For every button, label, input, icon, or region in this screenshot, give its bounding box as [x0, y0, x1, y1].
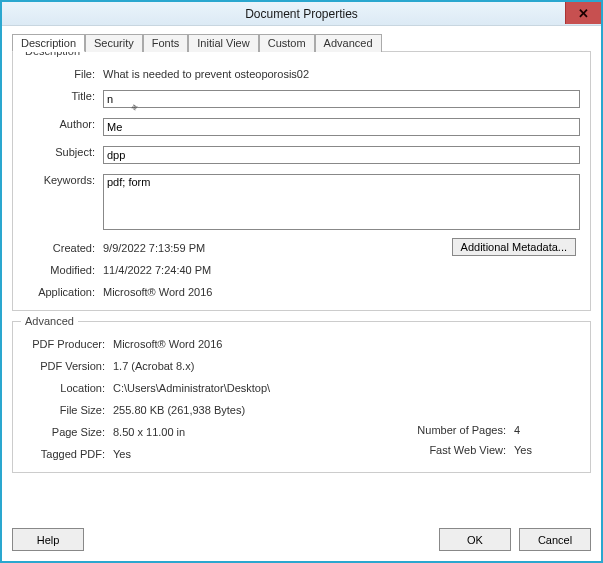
modified-value: 11/4/2022 7:24:40 PM [103, 262, 580, 276]
modified-label: Modified: [23, 262, 103, 276]
cancel-button[interactable]: Cancel [519, 528, 591, 551]
titlebar: Document Properties ✕ [2, 2, 601, 26]
keywords-input[interactable] [103, 174, 580, 230]
file-value: What is needed to prevent osteoporosis02 [103, 66, 580, 80]
tagged-pdf-label: Tagged PDF: [23, 446, 113, 460]
tab-description[interactable]: Description [12, 34, 85, 52]
pdf-producer-value: Microsoft® Word 2016 [113, 336, 580, 350]
num-pages-label: Number of Pages: [404, 424, 514, 436]
tab-strip: Description Security Fonts Initial View … [12, 34, 591, 52]
pdf-producer-label: PDF Producer: [23, 336, 113, 350]
dialog-button-bar: Help OK Cancel [2, 520, 601, 561]
advanced-group: Advanced PDF Producer: Microsoft® Word 2… [12, 321, 591, 473]
tab-security[interactable]: Security [85, 34, 143, 52]
subject-label: Subject: [23, 144, 103, 158]
file-label: File: [23, 66, 103, 80]
additional-metadata-button[interactable]: Additional Metadata... [452, 238, 576, 256]
window-title: Document Properties [245, 7, 358, 21]
subject-input[interactable] [103, 146, 580, 164]
num-pages-value: 4 [514, 424, 520, 436]
application-label: Application: [23, 284, 103, 298]
tab-fonts[interactable]: Fonts [143, 34, 189, 52]
help-button[interactable]: Help [12, 528, 84, 551]
tab-initial-view[interactable]: Initial View [188, 34, 258, 52]
title-input[interactable] [103, 90, 580, 108]
file-size-label: File Size: [23, 402, 113, 416]
fast-web-view-label: Fast Web View: [404, 444, 514, 456]
content-area: Description Security Fonts Initial View … [2, 26, 601, 520]
created-label: Created: [23, 240, 103, 254]
author-label: Author: [23, 116, 103, 130]
location-label: Location: [23, 380, 113, 394]
close-icon: ✕ [578, 6, 589, 21]
file-size-value: 255.80 KB (261,938 Bytes) [113, 402, 580, 416]
tagged-pdf-value: Yes [113, 446, 400, 460]
tab-custom[interactable]: Custom [259, 34, 315, 52]
fast-web-view-value: Yes [514, 444, 532, 456]
page-size-label: Page Size: [23, 424, 113, 438]
title-label: Title: [23, 88, 103, 102]
close-button[interactable]: ✕ [565, 2, 601, 24]
description-group: Description File: What is needed to prev… [12, 51, 591, 311]
tab-advanced[interactable]: Advanced [315, 34, 382, 52]
dialog-window: Document Properties ✕ Description Securi… [0, 0, 603, 563]
location-value: C:\Users\Administrator\Desktop\ [113, 380, 580, 394]
pdf-version-label: PDF Version: [23, 358, 113, 372]
pdf-version-value: 1.7 (Acrobat 8.x) [113, 358, 580, 372]
advanced-legend: Advanced [21, 315, 78, 327]
application-value: Microsoft® Word 2016 [103, 284, 580, 298]
keywords-label: Keywords: [23, 172, 103, 186]
author-input[interactable] [103, 118, 580, 136]
page-size-value: 8.50 x 11.00 in [113, 424, 400, 438]
ok-button[interactable]: OK [439, 528, 511, 551]
